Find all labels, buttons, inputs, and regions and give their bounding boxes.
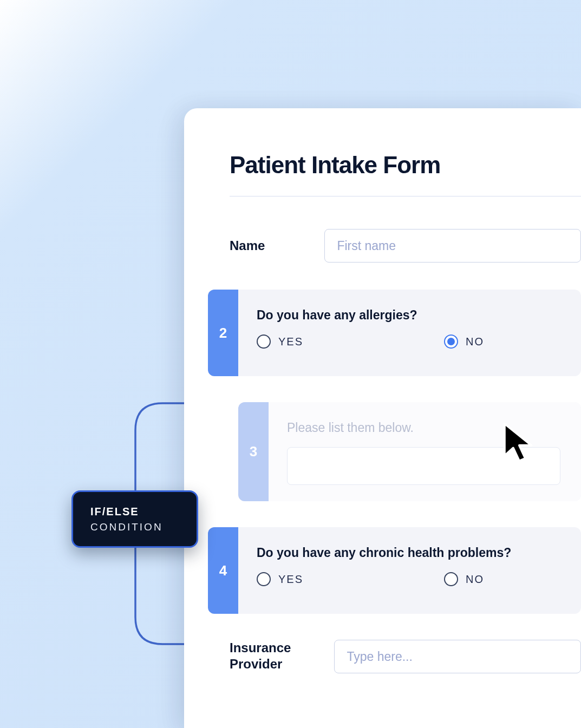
radio-yes-4[interactable]: YES [257,572,303,586]
form-title: Patient Intake Form [230,152,581,179]
question-text-3: Please list them below. [287,421,560,435]
insurance-row: Insurance Provider Type here... [230,640,581,673]
radio-no-4[interactable]: NO [444,572,484,586]
title-divider [230,196,581,196]
question-body-2: Do you have any allergies? YES NO [238,290,581,376]
question-body-3: Please list them below. [269,402,581,501]
question-block-4: 4 Do you have any chronic health problem… [208,527,581,614]
insurance-placeholder: Type here... [347,650,412,664]
question-block-2: 2 Do you have any allergies? YES NO [208,290,581,376]
insurance-label-line2: Provider [230,657,282,671]
condition-line1: IF/ELSE [90,506,197,518]
name-row: Name First name [230,229,581,263]
question-body-4: Do you have any chronic health problems?… [238,527,581,614]
question-text-2: Do you have any allergies? [257,308,560,323]
insurance-label: Insurance Provider [230,640,291,672]
radio-circle-icon [257,572,271,586]
radio-no-label-4: NO [466,573,484,586]
radio-yes-2[interactable]: YES [257,335,303,349]
allergies-textarea[interactable] [287,447,560,485]
name-label: Name [230,238,265,253]
radio-row-2: YES NO [257,335,560,349]
radio-circle-icon [257,335,271,349]
first-name-placeholder: First name [337,239,396,253]
radio-no-label-2: NO [466,336,484,348]
radio-circle-selected-icon [444,335,458,349]
first-name-input[interactable]: First name [324,229,581,263]
radio-yes-label-4: YES [278,573,303,586]
question-number-2: 2 [208,290,238,376]
question-number-3: 3 [238,402,269,501]
form-card: Patient Intake Form Name First name 2 Do… [184,108,581,728]
condition-line2: CONDITION [90,521,197,533]
question-text-4: Do you have any chronic health problems? [257,546,560,560]
condition-badge: IF/ELSE CONDITION [71,490,198,548]
insurance-label-line1: Insurance [230,640,291,655]
radio-circle-icon [444,572,458,586]
radio-no-2[interactable]: NO [444,335,484,349]
question-block-3: 3 Please list them below. [238,402,581,501]
insurance-input[interactable]: Type here... [334,640,581,673]
radio-row-4: YES NO [257,572,560,586]
radio-yes-label-2: YES [278,336,303,348]
question-number-4: 4 [208,527,238,614]
